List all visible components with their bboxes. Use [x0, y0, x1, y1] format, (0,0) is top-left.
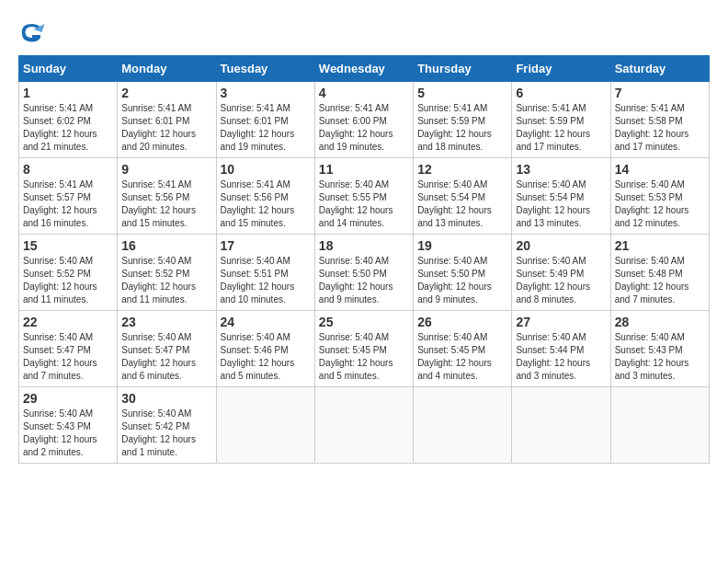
- day-number: 14: [615, 162, 705, 177]
- day-number: 11: [319, 162, 409, 177]
- day-number: 16: [121, 238, 211, 253]
- day-info: Sunrise: 5:40 AMSunset: 5:55 PMDaylight:…: [319, 178, 409, 230]
- day-number: 18: [319, 238, 409, 253]
- calendar-day-cell: 6 Sunrise: 5:41 AMSunset: 5:59 PMDayligh…: [512, 82, 610, 158]
- day-header-thursday: Thursday: [414, 56, 512, 82]
- calendar-day-cell: 1 Sunrise: 5:41 AMSunset: 6:02 PMDayligh…: [19, 82, 118, 158]
- day-number: 15: [23, 238, 113, 253]
- day-info: Sunrise: 5:40 AMSunset: 5:44 PMDaylight:…: [516, 331, 606, 383]
- day-number: 27: [516, 315, 606, 329]
- calendar-day-cell: 18 Sunrise: 5:40 AMSunset: 5:50 PMDaylig…: [314, 235, 413, 311]
- day-number: 29: [23, 391, 113, 406]
- day-info: Sunrise: 5:41 AMSunset: 5:56 PMDaylight:…: [121, 178, 211, 230]
- calendar-day-cell: 9 Sunrise: 5:41 AMSunset: 5:56 PMDayligh…: [118, 158, 216, 235]
- calendar-day-cell: 19 Sunrise: 5:40 AMSunset: 5:50 PMDaylig…: [414, 235, 512, 311]
- day-number: 26: [417, 315, 507, 329]
- day-info: Sunrise: 5:41 AMSunset: 5:57 PMDaylight:…: [23, 178, 113, 230]
- calendar-day-cell: 2 Sunrise: 5:41 AMSunset: 6:01 PMDayligh…: [118, 82, 216, 158]
- calendar-day-cell: 20 Sunrise: 5:40 AMSunset: 5:49 PMDaylig…: [512, 235, 610, 311]
- day-info: Sunrise: 5:40 AMSunset: 5:45 PMDaylight:…: [417, 331, 507, 383]
- calendar-day-cell: 14 Sunrise: 5:40 AMSunset: 5:53 PMDaylig…: [610, 158, 709, 235]
- calendar-week-row: 8 Sunrise: 5:41 AMSunset: 5:57 PMDayligh…: [19, 158, 710, 235]
- calendar-day-cell: 10 Sunrise: 5:41 AMSunset: 5:56 PMDaylig…: [216, 158, 314, 235]
- day-header-sunday: Sunday: [19, 56, 118, 82]
- calendar-day-cell: 25 Sunrise: 5:40 AMSunset: 5:45 PMDaylig…: [314, 311, 413, 387]
- day-info: Sunrise: 5:40 AMSunset: 5:54 PMDaylight:…: [417, 178, 507, 230]
- day-number: 24: [221, 315, 311, 329]
- day-header-saturday: Saturday: [610, 56, 709, 82]
- day-info: Sunrise: 5:40 AMSunset: 5:46 PMDaylight:…: [221, 331, 311, 383]
- page-header: [18, 18, 710, 46]
- day-number: 5: [417, 86, 507, 100]
- day-header-tuesday: Tuesday: [216, 56, 314, 82]
- day-number: 19: [417, 238, 507, 253]
- day-info: Sunrise: 5:40 AMSunset: 5:49 PMDaylight:…: [516, 255, 606, 306]
- day-header-monday: Monday: [118, 56, 216, 82]
- day-number: 2: [121, 86, 211, 100]
- day-number: 22: [23, 315, 113, 329]
- day-info: Sunrise: 5:40 AMSunset: 5:43 PMDaylight:…: [23, 408, 113, 459]
- day-number: 13: [516, 162, 606, 177]
- day-info: Sunrise: 5:41 AMSunset: 5:59 PMDaylight:…: [516, 102, 606, 154]
- calendar-day-cell: 28 Sunrise: 5:40 AMSunset: 5:43 PMDaylig…: [610, 311, 709, 387]
- calendar-day-cell: 8 Sunrise: 5:41 AMSunset: 5:57 PMDayligh…: [19, 158, 118, 235]
- calendar-day-cell: [414, 387, 512, 464]
- day-info: Sunrise: 5:41 AMSunset: 6:02 PMDaylight:…: [23, 102, 113, 154]
- day-number: 12: [417, 162, 507, 177]
- day-info: Sunrise: 5:41 AMSunset: 6:00 PMDaylight:…: [319, 102, 409, 154]
- day-info: Sunrise: 5:40 AMSunset: 5:45 PMDaylight:…: [319, 331, 409, 383]
- calendar-day-cell: 26 Sunrise: 5:40 AMSunset: 5:45 PMDaylig…: [414, 311, 512, 387]
- day-info: Sunrise: 5:40 AMSunset: 5:47 PMDaylight:…: [23, 331, 113, 383]
- day-info: Sunrise: 5:40 AMSunset: 5:43 PMDaylight:…: [615, 331, 705, 383]
- day-info: Sunrise: 5:41 AMSunset: 5:56 PMDaylight:…: [221, 178, 311, 230]
- day-info: Sunrise: 5:40 AMSunset: 5:51 PMDaylight:…: [221, 255, 311, 306]
- day-number: 21: [615, 238, 705, 253]
- day-number: 23: [121, 315, 211, 329]
- calendar-day-cell: 23 Sunrise: 5:40 AMSunset: 5:47 PMDaylig…: [118, 311, 216, 387]
- calendar-day-cell: [610, 387, 709, 464]
- calendar-day-cell: [216, 387, 314, 464]
- day-number: 6: [516, 86, 606, 100]
- calendar-week-row: 15 Sunrise: 5:40 AMSunset: 5:52 PMDaylig…: [19, 235, 710, 311]
- calendar-day-cell: 17 Sunrise: 5:40 AMSunset: 5:51 PMDaylig…: [216, 235, 314, 311]
- day-header-friday: Friday: [512, 56, 610, 82]
- day-number: 9: [121, 162, 211, 177]
- calendar-day-cell: 24 Sunrise: 5:40 AMSunset: 5:46 PMDaylig…: [216, 311, 314, 387]
- day-info: Sunrise: 5:40 AMSunset: 5:50 PMDaylight:…: [319, 255, 409, 306]
- day-info: Sunrise: 5:41 AMSunset: 5:58 PMDaylight:…: [615, 102, 705, 154]
- calendar-day-cell: 13 Sunrise: 5:40 AMSunset: 5:54 PMDaylig…: [512, 158, 610, 235]
- day-info: Sunrise: 5:40 AMSunset: 5:50 PMDaylight:…: [417, 255, 507, 306]
- logo-icon: [18, 18, 46, 46]
- day-number: 10: [221, 162, 311, 177]
- calendar-week-row: 29 Sunrise: 5:40 AMSunset: 5:43 PMDaylig…: [19, 387, 710, 464]
- day-info: Sunrise: 5:40 AMSunset: 5:52 PMDaylight:…: [23, 255, 113, 306]
- calendar-day-cell: 29 Sunrise: 5:40 AMSunset: 5:43 PMDaylig…: [19, 387, 118, 464]
- calendar-day-cell: 11 Sunrise: 5:40 AMSunset: 5:55 PMDaylig…: [314, 158, 413, 235]
- day-info: Sunrise: 5:41 AMSunset: 6:01 PMDaylight:…: [121, 102, 211, 154]
- calendar-week-row: 22 Sunrise: 5:40 AMSunset: 5:47 PMDaylig…: [19, 311, 710, 387]
- day-info: Sunrise: 5:40 AMSunset: 5:48 PMDaylight:…: [615, 255, 705, 306]
- day-number: 7: [615, 86, 705, 100]
- day-number: 20: [516, 238, 606, 253]
- day-number: 8: [23, 162, 113, 177]
- calendar-day-cell: 15 Sunrise: 5:40 AMSunset: 5:52 PMDaylig…: [19, 235, 118, 311]
- day-info: Sunrise: 5:40 AMSunset: 5:54 PMDaylight:…: [516, 178, 606, 230]
- calendar-day-cell: 5 Sunrise: 5:41 AMSunset: 5:59 PMDayligh…: [414, 82, 512, 158]
- day-header-wednesday: Wednesday: [314, 56, 413, 82]
- day-number: 25: [319, 315, 409, 329]
- day-info: Sunrise: 5:40 AMSunset: 5:47 PMDaylight:…: [121, 331, 211, 383]
- day-info: Sunrise: 5:40 AMSunset: 5:53 PMDaylight:…: [615, 178, 705, 230]
- day-number: 17: [221, 238, 311, 253]
- day-number: 3: [221, 86, 311, 100]
- calendar-day-cell: 16 Sunrise: 5:40 AMSunset: 5:52 PMDaylig…: [118, 235, 216, 311]
- calendar-table: SundayMondayTuesdayWednesdayThursdayFrid…: [18, 55, 710, 464]
- day-number: 1: [23, 86, 113, 100]
- calendar-day-cell: 3 Sunrise: 5:41 AMSunset: 6:01 PMDayligh…: [216, 82, 314, 158]
- day-info: Sunrise: 5:41 AMSunset: 5:59 PMDaylight:…: [417, 102, 507, 154]
- calendar-day-cell: [314, 387, 413, 464]
- logo: [18, 18, 48, 46]
- calendar-day-cell: 12 Sunrise: 5:40 AMSunset: 5:54 PMDaylig…: [414, 158, 512, 235]
- day-number: 28: [615, 315, 705, 329]
- calendar-header-row: SundayMondayTuesdayWednesdayThursdayFrid…: [19, 56, 710, 82]
- day-number: 30: [121, 391, 211, 406]
